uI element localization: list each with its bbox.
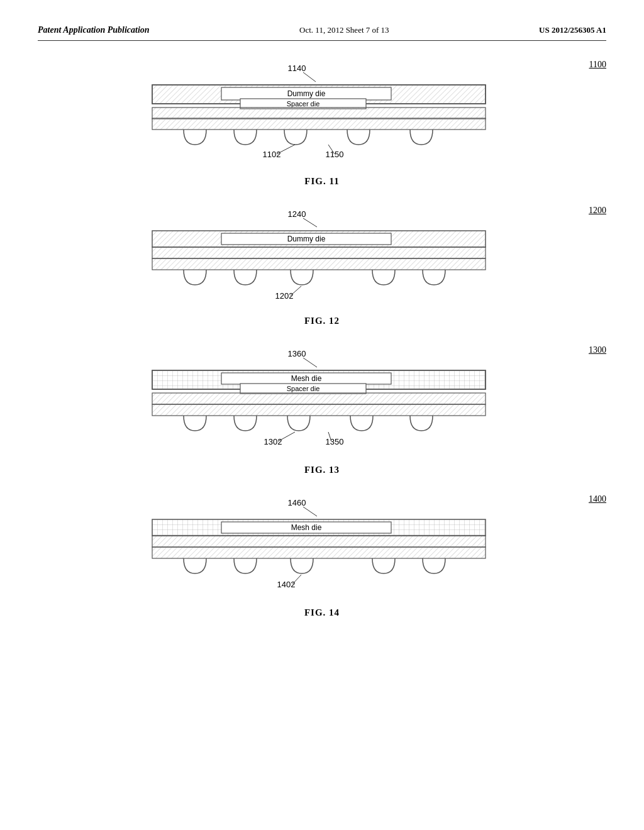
fig14-label-top: 1460 <box>288 498 306 507</box>
fig13-label-1302: 1302 <box>264 437 282 446</box>
fig12-label-1202: 1202 <box>275 291 294 301</box>
fig11-arrow-top <box>303 72 316 82</box>
fig13-label-top: 1360 <box>288 349 306 358</box>
fig13-spacer-label: Spacer die <box>287 385 320 392</box>
fig12-dummy-label: Dummy die <box>287 235 326 243</box>
figure-11-row: 1140 <box>38 60 606 187</box>
page: Patent Application Publication Oct. 11, … <box>0 0 644 830</box>
svg-rect-6 <box>152 258 486 270</box>
fig14-label-1402: 1402 <box>277 580 296 589</box>
svg-rect-23 <box>152 547 486 558</box>
fig14-mesh-label: Mesh die <box>291 523 322 532</box>
svg-rect-22 <box>152 536 486 547</box>
svg-rect-5 <box>152 247 486 258</box>
fig11-spacer-label: Spacer die <box>287 100 320 108</box>
svg-line-21 <box>303 507 317 516</box>
svg-line-4 <box>303 218 317 227</box>
fig11-bump4 <box>347 130 370 145</box>
fig11-label-1102: 1102 <box>263 150 281 159</box>
fig11-bottom-substrate <box>152 118 486 130</box>
figures-area: 1140 <box>38 60 606 624</box>
header-date-sheet: Oct. 11, 2012 Sheet 7 of 13 <box>299 25 389 35</box>
fig11-caption: FIG. 11 <box>304 176 339 187</box>
figure-13-row: 1360 Mesh die <box>38 345 606 475</box>
figure-12-wrapper: 1240 Dummy die <box>38 206 606 326</box>
header-patent-number: US 2012/256305 A1 <box>539 25 606 35</box>
figure-14-wrapper: 1460 Mesh die <box>38 494 606 618</box>
fig13-ref: 1300 <box>589 345 606 355</box>
figure-12-row: 1240 Dummy die <box>38 206 606 326</box>
figure-13-svg: 1360 Mesh die <box>102 345 542 462</box>
svg-rect-15 <box>152 404 486 416</box>
fig11-bump2 <box>234 130 257 145</box>
figure-12-svg: 1240 Dummy die <box>102 206 542 313</box>
fig11-ref: 1100 <box>589 60 606 70</box>
fig11-bump5 <box>410 130 433 145</box>
figure-13-wrapper: 1360 Mesh die <box>38 345 606 475</box>
header-publication-title: Patent Application Publication <box>38 25 150 35</box>
fig12-ref: 1200 <box>589 206 606 216</box>
fig13-caption: FIG. 13 <box>304 465 340 475</box>
fig11-dummy-label: Dummy die <box>287 89 326 98</box>
fig11-substrate <box>152 108 486 119</box>
svg-rect-14 <box>152 393 486 404</box>
fig11-label-top: 1140 <box>288 64 306 73</box>
figure-14-row: 1460 Mesh die <box>38 494 606 618</box>
figure-11-svg: 1140 <box>102 60 542 173</box>
fig12-label-top: 1240 <box>288 209 306 219</box>
fig13-mesh-label: Mesh die <box>291 374 322 383</box>
fig12-caption: FIG. 12 <box>304 316 340 326</box>
figure-14-svg: 1460 Mesh die <box>102 494 542 604</box>
fig11-bump1 <box>184 130 206 145</box>
fig11-bump3 <box>284 130 307 145</box>
fig13-label-1350: 1350 <box>326 437 344 446</box>
svg-line-9 <box>303 358 317 367</box>
page-header: Patent Application Publication Oct. 11, … <box>38 25 606 41</box>
figure-11-wrapper: 1140 <box>38 60 606 187</box>
fig11-label-1150: 1150 <box>326 150 344 159</box>
fig14-ref: 1400 <box>589 494 606 504</box>
fig14-caption: FIG. 14 <box>304 607 340 618</box>
